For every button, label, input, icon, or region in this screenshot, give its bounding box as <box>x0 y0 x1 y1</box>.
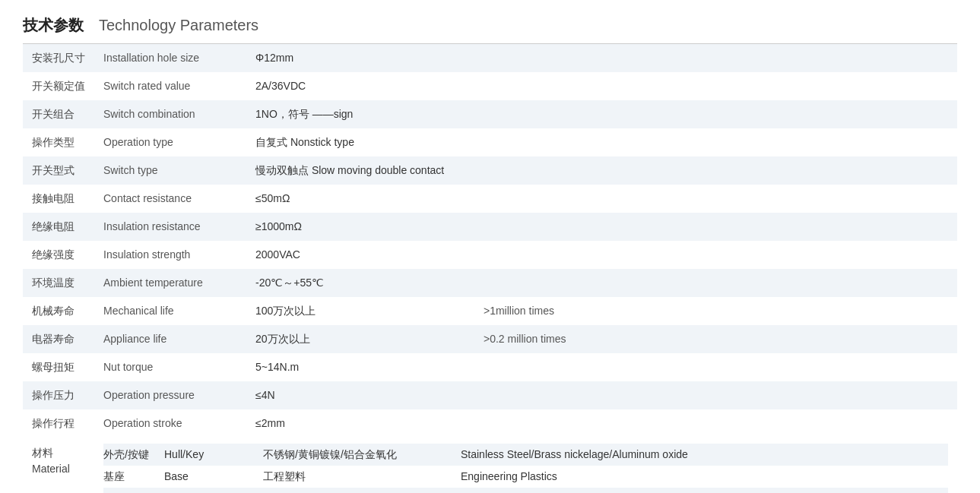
param-value-cn: ≤50mΩ <box>246 185 474 213</box>
param-label-cn: 机械寿命 <box>23 297 94 325</box>
param-label-cn: 绝缘电阻 <box>23 213 94 241</box>
material-value-cn: 不锈钢/黄铜镀镍/铝合金氧化 <box>263 444 461 466</box>
material-sub-cn: 外壳/按键 <box>103 444 164 466</box>
param-label-en: Mechanical life <box>94 297 246 325</box>
material-sub-cn: 基座 <box>103 466 164 488</box>
param-value-en <box>474 213 957 241</box>
material-sub-en: Contact <box>164 488 263 493</box>
param-label-cn: 开关型式 <box>23 156 94 185</box>
param-value-en <box>474 72 957 100</box>
parameters-table: 安装孔尺寸Installation hole sizeΦ12mm开关额定值Swi… <box>23 44 957 493</box>
param-label-cn: 操作压力 <box>23 381 94 409</box>
param-label-en: Insulation resistance <box>94 213 246 241</box>
material-label: 材料Material <box>23 438 94 493</box>
table-row: 环境温度Ambient temperature-20℃～+55℃ <box>23 269 957 297</box>
material-sub-en: Hull/Key <box>164 444 263 466</box>
param-value-en <box>474 44 957 72</box>
param-value-cn: ≤2mm <box>246 409 474 438</box>
material-value-en: Engineering Plastics <box>461 466 948 488</box>
param-value-cn: 1NO，符号 ——sign <box>246 100 474 128</box>
param-value-cn: -20℃～+55℃ <box>246 269 474 297</box>
material-value-cn: 银合金 <box>263 488 461 493</box>
param-label-cn: 接触电阻 <box>23 185 94 213</box>
param-value-cn: ≤4N <box>246 381 474 409</box>
material-sub-en: Base <box>164 466 263 488</box>
param-label-en: Nut torque <box>94 353 246 381</box>
title-english: Technology Parameters <box>99 17 258 34</box>
material-value-en: Stainless Steel/Brass nickelage/Aluminum… <box>461 444 948 466</box>
table-row: 绝缘电阻Insulation resistance≥1000mΩ <box>23 213 957 241</box>
param-label-en: Appliance life <box>94 325 246 353</box>
material-sub-row: 外壳/按键Hull/Key不锈钢/黄铜镀镍/铝合金氧化Stainless Ste… <box>103 444 948 466</box>
param-value-cn: 慢动双触点 Slow moving double contact <box>246 156 474 185</box>
table-row: 绝缘强度Insulation strength2000VAC <box>23 241 957 269</box>
param-label-cn: 绝缘强度 <box>23 241 94 269</box>
param-label-en: Operation stroke <box>94 409 246 438</box>
param-label-cn: 开关额定值 <box>23 72 94 100</box>
param-value-cn: 20万次以上 <box>246 325 474 353</box>
param-value-en <box>474 156 957 185</box>
param-label-en: Contact resistance <box>94 185 246 213</box>
param-value-en <box>474 353 957 381</box>
table-row: 操作压力Operation pressure≤4N <box>23 381 957 409</box>
table-row: 操作行程Operation stroke≤2mm <box>23 409 957 438</box>
param-value-cn: ≥1000mΩ <box>246 213 474 241</box>
param-value-en <box>474 128 957 156</box>
param-label-cn: 操作类型 <box>23 128 94 156</box>
material-sub-row: 触点Contact银合金Silver alloy <box>103 488 948 493</box>
param-value-cn: 2A/36VDC <box>246 72 474 100</box>
param-label-cn: 螺母扭矩 <box>23 353 94 381</box>
material-content: 外壳/按键Hull/Key不锈钢/黄铜镀镍/铝合金氧化Stainless Ste… <box>94 438 957 493</box>
param-value-en <box>474 381 957 409</box>
material-sub-cn: 触点 <box>103 488 164 493</box>
param-label-en: Operation type <box>94 128 246 156</box>
param-label-en: Switch combination <box>94 100 246 128</box>
param-label-cn: 开关组合 <box>23 100 94 128</box>
table-row: 操作类型Operation type自复式 Nonstick type <box>23 128 957 156</box>
param-value-cn: 5~14N.m <box>246 353 474 381</box>
param-value-en: >0.2 million times <box>474 325 957 353</box>
param-label-cn: 操作行程 <box>23 409 94 438</box>
table-row: 开关额定值Switch rated value2A/36VDC <box>23 72 957 100</box>
param-label-cn: 电器寿命 <box>23 325 94 353</box>
table-row: 安装孔尺寸Installation hole sizeΦ12mm <box>23 44 957 72</box>
table-row: 机械寿命Mechanical life100万次以上>1million time… <box>23 297 957 325</box>
title-chinese: 技术参数 <box>23 15 84 36</box>
table-row: 接触电阻Contact resistance≤50mΩ <box>23 185 957 213</box>
param-value-en <box>474 409 957 438</box>
param-value-en <box>474 269 957 297</box>
param-label-en: Switch rated value <box>94 72 246 100</box>
table-row: 螺母扭矩Nut torque5~14N.m <box>23 353 957 381</box>
param-value-en <box>474 100 957 128</box>
param-label-en: Operation pressure <box>94 381 246 409</box>
table-row: 开关型式Switch type慢动双触点 Slow moving double … <box>23 156 957 185</box>
param-label-cn: 安装孔尺寸 <box>23 44 94 72</box>
param-label-cn: 环境温度 <box>23 269 94 297</box>
param-value-cn: 自复式 Nonstick type <box>246 128 474 156</box>
param-value-en <box>474 241 957 269</box>
material-value-en: Silver alloy <box>461 488 948 493</box>
material-sub-row: 基座Base工程塑料Engineering Plastics <box>103 466 948 488</box>
param-label-en: Ambient temperature <box>94 269 246 297</box>
param-value-cn: 2000VAC <box>246 241 474 269</box>
table-row: 开关组合Switch combination1NO，符号 ——sign <box>23 100 957 128</box>
param-value-cn: Φ12mm <box>246 44 474 72</box>
table-row: 电器寿命Appliance life20万次以上>0.2 million tim… <box>23 325 957 353</box>
param-value-en <box>474 185 957 213</box>
param-label-en: Switch type <box>94 156 246 185</box>
param-value-en: >1million times <box>474 297 957 325</box>
page-header: 技术参数 Technology Parameters <box>23 15 957 36</box>
param-label-en: Insulation strength <box>94 241 246 269</box>
material-row: 材料Material外壳/按键Hull/Key不锈钢/黄铜镀镍/铝合金氧化Sta… <box>23 438 957 493</box>
material-value-cn: 工程塑料 <box>263 466 461 488</box>
param-label-en: Installation hole size <box>94 44 246 72</box>
param-value-cn: 100万次以上 <box>246 297 474 325</box>
